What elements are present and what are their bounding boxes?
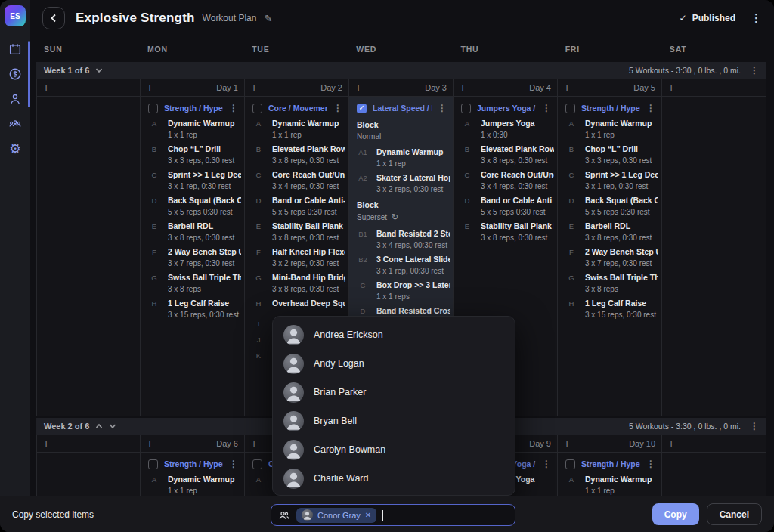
exercise-row[interactable]: DBand or Cable Anti Rotati...5 x 5 reps …: [454, 196, 557, 216]
exercise-row[interactable]: A1Dynamic Warmup1 x 1 rep: [349, 147, 453, 168]
workout-title[interactable]: Core / Movement Q...: [268, 104, 327, 113]
exercise-row[interactable]: H1 Leg Calf Raise3 x 15 reps, 0:30 rest: [141, 298, 244, 319]
nav-teams-icon[interactable]: [7, 116, 23, 132]
workout-title[interactable]: Jumpers Yoga / Core: [477, 104, 536, 113]
exercise-row[interactable]: B23 Cone Lateral Slide3 x 1 rep, 00:30 r…: [349, 255, 453, 275]
kebab-menu-icon[interactable]: ⋮: [333, 103, 342, 113]
week-2-menu-icon[interactable]: ⋮: [750, 421, 759, 431]
exercise-row[interactable]: BElevated Plank Row3 x 8 reps, 0:30 rest: [454, 144, 557, 165]
workout-title[interactable]: Strength / Hypertro...: [164, 459, 223, 469]
copy-button[interactable]: Copy: [652, 503, 699, 525]
workout-checkbox[interactable]: [357, 104, 367, 113]
athlete-list-item[interactable]: Charlie Ward: [273, 464, 515, 493]
exercise-row[interactable]: F2 Way Bench Step Up3 x 7 reps, 0:30 res…: [141, 247, 244, 268]
workout-checkbox[interactable]: [565, 459, 575, 469]
add-workout-button[interactable]: +: [147, 82, 153, 93]
workout-checkbox[interactable]: [148, 459, 158, 469]
kebab-menu-icon[interactable]: ⋮: [229, 459, 238, 469]
kebab-menu-icon[interactable]: ⋮: [542, 459, 551, 469]
kebab-menu-icon[interactable]: ⋮: [542, 103, 551, 113]
exercise-row[interactable]: EStability Ball Plank Linear ...3 x 8 re…: [454, 221, 557, 242]
workout-checkbox[interactable]: [148, 104, 158, 113]
workout-card[interactable]: Strength / Hypertro...⋮ADynamic Warmup1 …: [558, 453, 661, 496]
add-workout-button[interactable]: +: [251, 438, 257, 449]
exercise-row[interactable]: HOverhead Deep Squat Mo...: [245, 298, 348, 314]
cancel-button[interactable]: Cancel: [707, 503, 762, 525]
add-workout-button[interactable]: +: [355, 82, 361, 93]
add-workout-button[interactable]: +: [251, 82, 257, 93]
kebab-menu-icon[interactable]: ⋮: [646, 103, 655, 113]
remove-chip-icon[interactable]: ✕: [365, 511, 371, 519]
nav-calendar-icon[interactable]: [7, 41, 23, 57]
nav-settings-icon[interactable]: ⚙: [7, 141, 23, 157]
exercise-row[interactable]: H1 Leg Calf Raise3 x 15 reps, 0:30 rest: [558, 298, 661, 319]
workout-card[interactable]: Strength / Hypertro...⋮ADynamic Warmup1 …: [558, 97, 661, 330]
exercise-row[interactable]: EBarbell RDL3 x 8 reps, 0:30 rest: [558, 221, 661, 242]
workout-card[interactable]: Strength / Hypertro...⋮ADynamic Warmup1 …: [141, 97, 244, 330]
nav-athletes-icon[interactable]: [7, 91, 23, 107]
workout-card[interactable]: Lateral Speed / Plyo⋮BlockNormalA1Dynami…: [349, 97, 453, 332]
workout-card[interactable]: Jumpers Yoga / Core⋮AJumpers Yoga1 x 0:3…: [454, 97, 557, 253]
add-workout-button[interactable]: +: [668, 438, 674, 449]
add-workout-button[interactable]: +: [43, 82, 49, 93]
exercise-row[interactable]: EBarbell RDL3 x 8 reps, 0:30 rest: [141, 221, 244, 242]
athlete-list-item[interactable]: Brian Parker: [273, 378, 515, 407]
kebab-menu-icon[interactable]: ⋮: [229, 103, 238, 113]
week-1-menu-icon[interactable]: ⋮: [750, 65, 759, 76]
exercise-row[interactable]: ADynamic Warmup1 x 1 rep: [558, 475, 661, 495]
nav-billing-icon[interactable]: [7, 66, 23, 82]
app-logo[interactable]: ES: [5, 5, 26, 26]
plan-menu-icon[interactable]: ⋮: [751, 11, 762, 25]
exercise-row[interactable]: ADynamic Warmup1 x 1 rep: [141, 119, 244, 139]
exercise-row[interactable]: CSprint >> 1 Leg Declarations3 x 1 rep, …: [558, 170, 661, 190]
add-workout-button[interactable]: +: [147, 438, 153, 449]
exercise-row[interactable]: GMini-Band Hip Bridge w/ ...3 x 8 reps, …: [245, 273, 348, 293]
exercise-row[interactable]: ADynamic Warmup1 x 1 rep: [141, 475, 244, 495]
chevron-up-icon[interactable]: [95, 422, 103, 430]
exercise-row[interactable]: F2 Way Bench Step Up3 x 7 reps, 0:30 res…: [558, 247, 661, 268]
exercise-row[interactable]: A2Skater 3 Lateral Hops >> ...3 x 2 reps…: [349, 173, 453, 193]
exercise-row[interactable]: GSwiss Ball Triple Threat3 x 8 reps: [558, 273, 661, 293]
workout-card[interactable]: Strength / Hypertro...⋮ADynamic Warmup1 …: [141, 453, 244, 496]
exercise-row[interactable]: CCore Reach Out/Under3 x 4 reps, 0:30 re…: [245, 170, 348, 190]
kebab-menu-icon[interactable]: ⋮: [438, 103, 447, 113]
exercise-row[interactable]: FHalf Kneel Hip Flexor Rais...3 x 2 reps…: [245, 247, 348, 268]
exercise-row[interactable]: DBack Squat (Back Off Set)5 x 5 reps 0:3…: [141, 196, 244, 216]
exercise-row[interactable]: BChop “L” Drill3 x 3 reps, 0:30 rest: [141, 144, 244, 165]
workout-title[interactable]: Strength / Hypertro...: [164, 104, 223, 113]
athlete-list-item[interactable]: Bryan Bell: [273, 407, 515, 435]
workout-title[interactable]: Lateral Speed / Plyo: [373, 104, 432, 113]
chevron-down-icon[interactable]: [109, 422, 116, 430]
exercise-row[interactable]: ADynamic Warmup1 x 1 rep: [245, 119, 348, 139]
selected-athlete-chip[interactable]: Conor Gray ✕: [296, 508, 376, 523]
athlete-list-item[interactable]: Carolyn Bowman: [273, 435, 515, 464]
workout-checkbox[interactable]: [565, 104, 575, 113]
athlete-list-item[interactable]: Andrea Erickson: [273, 320, 515, 349]
exercise-row[interactable]: CCore Reach Out/Under3 x 4 reps, 0:30 re…: [454, 170, 557, 190]
add-workout-button[interactable]: +: [564, 82, 570, 93]
chevron-down-icon[interactable]: [95, 66, 103, 74]
add-workout-button[interactable]: +: [668, 82, 674, 93]
kebab-menu-icon[interactable]: ⋮: [646, 459, 655, 469]
exercise-row[interactable]: CBox Drop >> 3 Lateral H...1 x 1 reps: [349, 280, 453, 301]
exercise-row[interactable]: ADynamic Warmup1 x 1 rep: [558, 119, 661, 139]
workout-checkbox[interactable]: [252, 104, 262, 113]
athlete-search-input[interactable]: Conor Gray ✕: [271, 504, 515, 526]
add-workout-button[interactable]: +: [43, 438, 49, 449]
workout-title[interactable]: Strength / Hypertro...: [581, 104, 640, 113]
edit-pencil-icon[interactable]: ✎: [264, 13, 272, 24]
exercise-row[interactable]: DBand or Cable Anti-Rotati...5 x 5 reps …: [245, 196, 348, 216]
exercise-row[interactable]: AJumpers Yoga1 x 0:30: [454, 119, 557, 139]
exercise-row[interactable]: GSwiss Ball Triple Threat3 x 8 reps: [141, 273, 244, 293]
workout-checkbox[interactable]: [252, 459, 262, 469]
add-workout-button[interactable]: +: [564, 438, 570, 449]
exercise-row[interactable]: BElevated Plank Row3 x 8 reps, 0:30 rest: [245, 144, 348, 165]
workout-title[interactable]: Strength / Hypertro...: [581, 459, 640, 469]
workout-checkbox[interactable]: [461, 104, 471, 113]
exercise-row[interactable]: B1Band Resisted 2 Step Late...3 x 4 reps…: [349, 229, 453, 249]
add-workout-button[interactable]: +: [460, 82, 466, 93]
exercise-row[interactable]: CSprint >> 1 Leg Declarations3 x 1 rep, …: [141, 170, 244, 190]
back-button[interactable]: [42, 7, 65, 29]
exercise-row[interactable]: BChop “L” Drill3 x 3 reps, 0:30 rest: [558, 144, 661, 165]
athlete-list-item[interactable]: Andy Logan: [273, 349, 515, 378]
